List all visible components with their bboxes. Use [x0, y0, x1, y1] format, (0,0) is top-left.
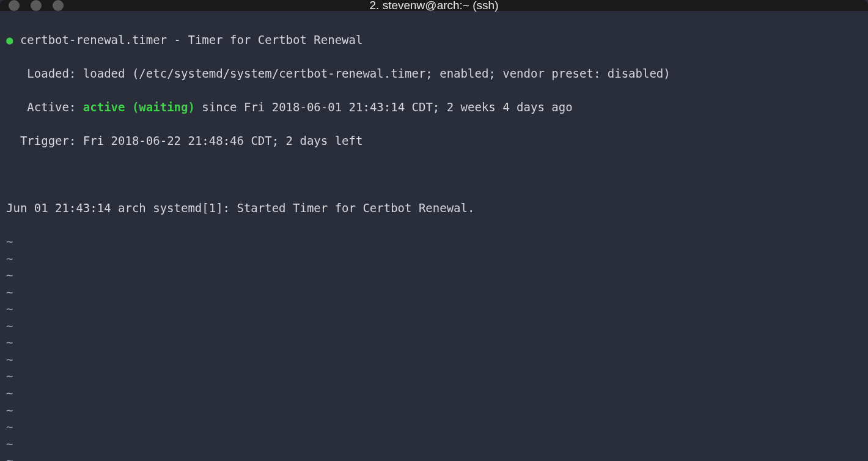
- active-status: active (waiting): [83, 100, 195, 114]
- status-dot-icon: ●: [6, 33, 13, 46]
- pager-empty-lines: ~~~~~~~~~~~~~~~~~: [6, 234, 862, 461]
- pager-tilde: ~: [6, 419, 862, 436]
- terminal-output[interactable]: ● certbot-renewal.timer - Timer for Cert…: [0, 11, 868, 461]
- titlebar: 2. stevenw@arch:~ (ssh): [0, 0, 868, 11]
- traffic-lights: [9, 0, 64, 11]
- loaded-value: loaded (/etc/systemd/system/certbot-rene…: [83, 67, 671, 80]
- minimize-window-button[interactable]: [31, 0, 42, 11]
- active-since: since Fri 2018-06-01 21:43:14 CDT; 2 wee…: [202, 100, 572, 114]
- close-window-button[interactable]: [9, 0, 20, 11]
- active-label: Active:: [27, 100, 76, 114]
- trigger-label: Trigger:: [20, 134, 76, 147]
- pager-tilde: ~: [6, 284, 862, 301]
- pager-tilde: ~: [6, 452, 862, 461]
- pager-tilde: ~: [6, 334, 862, 352]
- unit-name: certbot-renewal.timer - Timer for Certbo…: [20, 33, 363, 46]
- maximize-window-button[interactable]: [53, 0, 64, 11]
- trigger-value: Fri 2018-06-22 21:48:46 CDT; 2 days left: [83, 134, 363, 147]
- window-title: 2. stevenw@arch:~ (ssh): [0, 0, 868, 12]
- log-line: Jun 01 21:43:14 arch systemd[1]: Started…: [6, 201, 474, 215]
- pager-tilde: ~: [6, 436, 862, 453]
- loaded-label: Loaded:: [27, 67, 76, 80]
- pager-tilde: ~: [6, 251, 862, 268]
- pager-tilde: ~: [6, 368, 862, 385]
- pager-tilde: ~: [6, 318, 862, 335]
- pager-tilde: ~: [6, 402, 862, 419]
- pager-tilde: ~: [6, 385, 862, 402]
- pager-tilde: ~: [6, 267, 862, 284]
- pager-tilde: ~: [6, 352, 862, 369]
- pager-tilde: ~: [6, 301, 862, 318]
- pager-tilde: ~: [6, 234, 862, 251]
